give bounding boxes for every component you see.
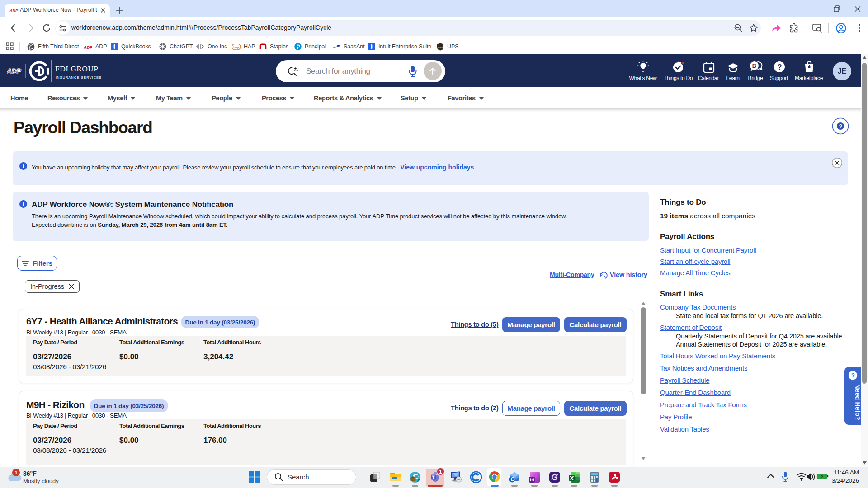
svg-text:ADP: ADP [7, 67, 22, 75]
svg-text:ups: ups [438, 45, 443, 48]
svg-text:hap: hap [233, 45, 239, 49]
svg-text:?: ? [851, 372, 855, 379]
svg-text:ADP: ADP [84, 44, 92, 49]
svg-text:ADP: ADP [9, 9, 19, 13]
svg-text:O: O [511, 476, 515, 483]
svg-text:?: ? [778, 63, 782, 71]
svg-text:B: B [752, 63, 756, 69]
svg-text:?: ? [839, 123, 843, 130]
